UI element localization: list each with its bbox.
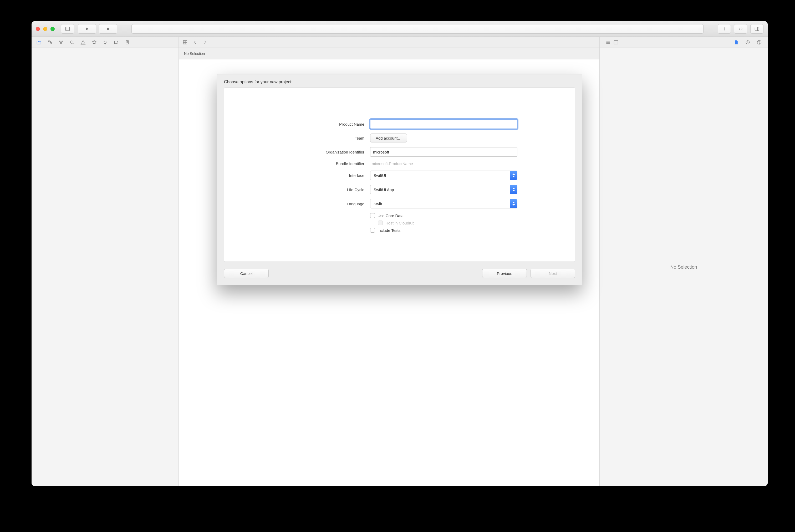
org-id-label: Organization Identifier: [276,150,365,154]
cancel-button[interactable]: Cancel [224,269,269,278]
run-button[interactable] [78,24,96,34]
use-core-data-label: Use Core Data [378,213,403,218]
arrows-left-right-icon [738,26,743,32]
host-cloudkit-checkbox: Host in CloudKit [378,221,517,225]
source-control-icon[interactable] [47,40,53,45]
chevron-up-down-icon [510,171,517,180]
include-tests-checkbox[interactable]: Include Tests [370,228,517,233]
bundle-id-value: microsoft.ProductName [370,162,517,166]
bundle-id-label: Bundle Identifier: [276,162,365,166]
use-core-data-checkbox[interactable]: Use Core Data [370,213,517,218]
interface-select[interactable]: SwiftUI [370,171,517,180]
svg-rect-7 [49,41,50,42]
close-window-button[interactable] [36,27,40,31]
toggle-inspector-button[interactable] [750,24,763,34]
team-label: Team: [276,136,365,140]
svg-rect-0 [66,27,70,31]
library-button[interactable] [718,24,731,34]
report-navigator-icon[interactable] [125,40,130,45]
go-back-icon[interactable] [192,40,198,45]
product-name-label: Product Name: [276,122,365,127]
life-cycle-select[interactable]: SwiftUI App [370,185,517,194]
editor-options-icon[interactable] [605,40,611,45]
jump-bar[interactable]: No Selection [179,48,600,59]
chevron-up-down-icon [510,199,517,208]
life-cycle-label: Life Cycle: [276,187,365,192]
xcode-window: No Selection No Selection Choose options… [32,21,768,486]
inspector-panel: No Selection [600,48,768,486]
svg-rect-29 [183,42,185,44]
checkbox-icon [370,213,375,218]
svg-point-19 [83,43,83,44]
zoom-window-button[interactable] [51,27,55,31]
window-controls [36,27,55,31]
related-items-icon[interactable] [183,40,188,45]
find-navigator-icon[interactable] [70,40,75,45]
svg-line-21 [103,42,104,42]
language-value: Swift [371,202,510,206]
interface-label: Interface: [276,173,365,178]
add-account-button[interactable]: Add account… [370,134,407,142]
stop-button[interactable] [99,24,117,34]
svg-rect-8 [50,42,52,44]
svg-point-12 [62,41,62,41]
inspector-selector [600,37,768,48]
language-select[interactable]: Swift [370,199,517,208]
editor-jump-controls [179,37,600,48]
sidebar-left-icon [65,26,70,32]
go-forward-icon[interactable] [203,40,208,45]
toggle-navigator-button[interactable] [61,24,74,34]
titlebar [32,21,768,37]
interface-value: SwiftUI [371,173,510,178]
chevron-up-down-icon [510,185,517,194]
sheet-footer: Cancel Previous Next [217,269,582,285]
previous-button[interactable]: Previous [482,269,527,278]
history-inspector-icon[interactable] [745,40,750,45]
breakpoint-navigator-icon[interactable] [114,40,119,45]
svg-point-13 [60,43,61,44]
folder-icon[interactable] [36,40,41,45]
tab-bar [32,37,768,48]
product-name-input[interactable] [370,119,517,129]
code-review-button[interactable] [734,24,747,34]
life-cycle-value: SwiftUI App [371,187,510,192]
svg-point-38 [759,43,759,43]
navigator-selector [32,37,179,48]
test-navigator-icon[interactable] [92,40,97,45]
adjust-editor-icon[interactable] [613,40,619,45]
checkbox-icon [370,228,375,233]
help-inspector-icon[interactable] [757,40,762,45]
host-cloudkit-label: Host in CloudKit [385,221,414,225]
main-area: No Selection No Selection Choose options… [32,48,768,486]
issue-navigator-icon[interactable] [80,40,86,45]
new-project-options-sheet: Choose options for your new project: Pro… [217,74,582,285]
inspector-placeholder: No Selection [670,264,697,270]
jump-bar-text: No Selection [184,52,205,56]
sidebar-right-icon [754,26,759,32]
form-card: Product Name: Team: Add account… Organiz… [224,88,575,262]
include-tests-label: Include Tests [378,228,400,233]
svg-rect-5 [755,27,759,31]
svg-rect-27 [183,40,185,42]
org-id-input[interactable] [370,147,517,157]
svg-line-14 [60,41,61,43]
svg-line-17 [73,43,74,44]
svg-rect-30 [185,42,187,44]
svg-rect-2 [107,27,109,30]
play-icon [84,26,90,32]
svg-point-16 [71,41,73,43]
file-inspector-icon[interactable] [734,40,739,45]
plus-icon [722,26,727,32]
stop-icon [106,26,111,32]
minimize-window-button[interactable] [43,27,47,31]
debug-navigator-icon[interactable] [102,40,108,45]
symbol-navigator-icon[interactable] [58,40,64,45]
svg-line-22 [106,42,107,42]
sheet-title: Choose options for your new project: [217,74,582,88]
svg-rect-28 [185,40,187,42]
scheme-activity-bar[interactable] [131,24,703,34]
next-button: Next [531,269,575,278]
svg-line-15 [61,41,62,43]
navigator-panel [32,48,179,486]
checkbox-icon [378,221,383,225]
